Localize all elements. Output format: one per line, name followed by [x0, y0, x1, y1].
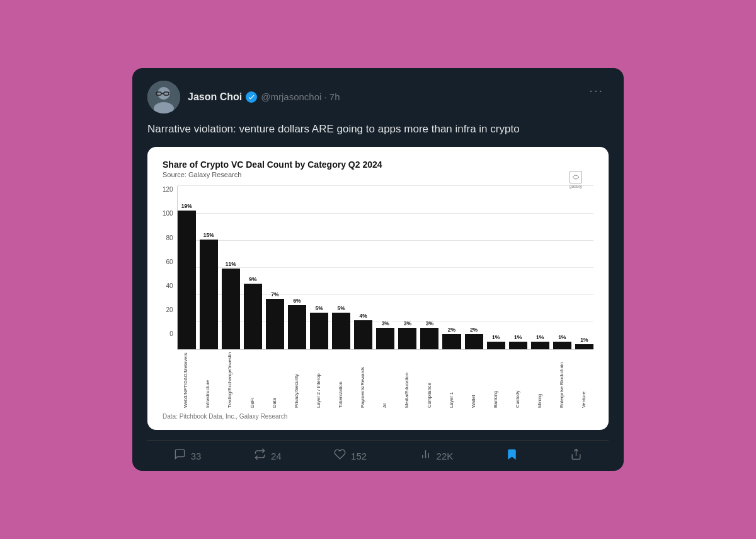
bar-x-label: Web3/NFT/DAO/Metaverse/Gaming	[177, 352, 195, 408]
y-label-80: 80	[163, 235, 173, 241]
bar-percent-label: 2%	[470, 327, 478, 333]
tweet-text: Narrative violation: venture dollars ARE…	[147, 121, 609, 137]
galaxy-logo: galaxy	[570, 171, 582, 188]
bar-rect	[509, 342, 527, 349]
retweet-icon	[254, 448, 266, 463]
bar-group: 19%	[178, 186, 196, 349]
bars-area: 19%15%11%9%7%6%5%5%4%3%3%3%2%2%1%1%1%1%1…	[177, 186, 593, 350]
bar-group: 11%	[222, 186, 240, 349]
bar-rect	[244, 284, 262, 349]
tweet-header: Jason Choi @mrjasonchoi · 7h ···	[147, 81, 609, 113]
tweet-card: Jason Choi @mrjasonchoi · 7h ··· Narrati…	[132, 68, 624, 472]
y-label-40: 40	[163, 282, 173, 289]
bar-x-label: Payments/Rewards	[354, 352, 372, 408]
bar-rect	[354, 320, 372, 349]
tweet-actions: 33 24 152 22K	[147, 440, 609, 471]
bar-percent-label: 9%	[249, 276, 256, 282]
bar-rect	[442, 334, 461, 349]
bar-x-label: Tokenization	[332, 352, 350, 408]
user-name-row: Jason Choi @mrjasonchoi · 7h	[188, 91, 340, 103]
bar-percent-label: 2%	[448, 327, 455, 333]
bar-x-label: Trading/Exchange/Investing/Lending	[221, 352, 239, 408]
bar-group: 5%	[310, 186, 328, 349]
bar-percent-label: 7%	[271, 291, 278, 298]
user-handle[interactable]: @mrjasonchoi	[261, 91, 321, 102]
bar-x-label: Banking	[486, 352, 505, 408]
bar-rect	[288, 305, 306, 349]
bar-rect	[222, 269, 240, 349]
chart-wrapper: Share of Crypto VC Deal Count by Categor…	[163, 159, 593, 420]
bar-x-label: Infrastructure	[199, 352, 217, 408]
bar-percent-label: 15%	[203, 232, 214, 238]
bar-x-label: Compliance	[420, 352, 438, 408]
bookmark-icon	[506, 448, 518, 463]
chart-source: Source: Galaxy Research	[163, 171, 593, 178]
bar-x-label: Media/Education	[398, 352, 416, 408]
bar-rect	[266, 299, 284, 349]
y-label-20: 20	[163, 306, 173, 313]
bar-group: 1%	[575, 186, 593, 349]
like-count: 152	[351, 451, 367, 461]
y-label-120: 120	[163, 186, 173, 193]
share-button[interactable]	[570, 448, 582, 463]
bar-x-label: Venture	[575, 352, 593, 408]
views-count: 22K	[437, 451, 454, 461]
bar-group: 1%	[509, 186, 527, 349]
reply-icon	[174, 448, 186, 463]
chart-title: Share of Crypto VC Deal Count by Categor…	[163, 159, 593, 170]
bar-x-label: Wallet	[464, 352, 483, 408]
views-button[interactable]: 22K	[420, 448, 454, 463]
bar-percent-label: 4%	[360, 313, 367, 319]
bar-percent-label: 1%	[492, 334, 500, 340]
bookmark-button[interactable]	[506, 448, 518, 463]
y-label-0: 0	[163, 330, 173, 337]
bar-rect	[332, 313, 350, 349]
bar-group: 2%	[465, 186, 483, 349]
bar-x-label: DeFi	[243, 352, 261, 408]
bar-rect	[487, 342, 505, 349]
bar-rect	[200, 240, 218, 349]
bar-percent-label: 1%	[580, 337, 588, 343]
verified-badge-icon	[246, 91, 257, 103]
bar-percent-label: 5%	[315, 305, 323, 311]
tweet-time: 7h	[329, 91, 340, 102]
bar-percent-label: 19%	[181, 203, 192, 209]
heart-icon	[334, 448, 346, 463]
bar-percent-label: 5%	[338, 305, 345, 311]
bar-rect	[465, 334, 483, 349]
bar-rect	[310, 313, 328, 349]
bar-x-label: Enterprise Blockchain	[553, 352, 571, 408]
bar-group: 6%	[288, 186, 306, 349]
bar-rect	[398, 328, 416, 349]
reply-count: 33	[191, 451, 202, 461]
bar-x-label: Layer 2 / Interop	[309, 352, 328, 408]
y-label-60: 60	[163, 258, 173, 265]
retweet-button[interactable]: 24	[254, 448, 282, 463]
bar-group: 2%	[442, 186, 461, 349]
bar-x-label: Mining	[531, 352, 549, 408]
bar-percent-label: 1%	[536, 334, 544, 340]
bar-percent-label: 3%	[382, 320, 389, 327]
bar-group: 15%	[200, 186, 218, 349]
bar-group: 1%	[487, 186, 505, 349]
avatar[interactable]	[147, 81, 180, 113]
chart-footer: Data: Pitchbook Data, Inc., Galaxy Resea…	[163, 413, 593, 420]
bar-rect	[531, 342, 549, 349]
user-name[interactable]: Jason Choi	[188, 91, 242, 103]
reply-button[interactable]: 33	[174, 448, 202, 463]
bar-group: 4%	[354, 186, 372, 349]
bar-group: 3%	[420, 186, 438, 349]
like-button[interactable]: 152	[334, 448, 367, 463]
bar-group: 7%	[266, 186, 284, 349]
bar-x-label: AI	[376, 352, 394, 408]
bar-group: 5%	[332, 186, 350, 349]
bar-rect	[376, 328, 394, 349]
views-icon	[420, 448, 432, 463]
more-options-button[interactable]: ···	[584, 81, 609, 100]
bar-group: 1%	[531, 186, 549, 349]
bar-percent-label: 1%	[514, 334, 522, 340]
bar-percent-label: 1%	[558, 334, 566, 340]
bar-rect	[575, 344, 593, 349]
share-icon	[570, 448, 582, 463]
y-label-100: 100	[163, 210, 173, 217]
